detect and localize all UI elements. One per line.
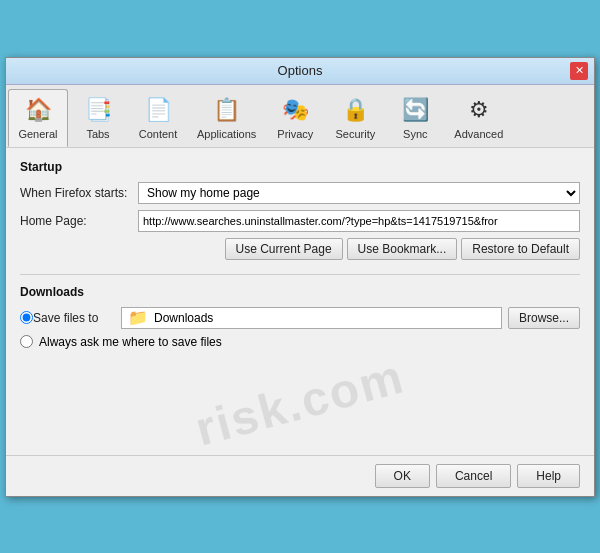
close-button[interactable]: ✕ xyxy=(570,62,588,80)
ask-save-radio[interactable] xyxy=(20,335,33,348)
security-icon: 🔒 xyxy=(339,94,371,126)
watermark-text: risk.com xyxy=(190,348,410,456)
download-path-text: Downloads xyxy=(154,311,213,325)
tab-privacy-label: Privacy xyxy=(277,128,313,140)
options-window: Options ✕ 🏠 General 📑 Tabs 📄 Content 📋 A… xyxy=(5,57,595,497)
tab-general-label: General xyxy=(18,128,57,140)
tab-security-label: Security xyxy=(335,128,375,140)
advanced-icon: ⚙ xyxy=(463,94,495,126)
tab-content[interactable]: 📄 Content xyxy=(128,89,188,147)
when-starts-select[interactable]: Show my home page xyxy=(138,182,580,204)
save-files-radio[interactable] xyxy=(20,311,33,324)
main-content: Startup When Firefox starts: Show my hom… xyxy=(6,148,594,455)
browse-button[interactable]: Browse... xyxy=(508,307,580,329)
tab-security[interactable]: 🔒 Security xyxy=(325,89,385,147)
startup-title: Startup xyxy=(20,160,580,174)
tab-privacy[interactable]: 🎭 Privacy xyxy=(265,89,325,147)
tab-applications-label: Applications xyxy=(197,128,256,140)
tab-content-label: Content xyxy=(139,128,178,140)
home-page-input[interactable] xyxy=(138,210,580,232)
tab-tabs[interactable]: 📑 Tabs xyxy=(68,89,128,147)
restore-to-default-button[interactable]: Restore to Default xyxy=(461,238,580,260)
ask-save-label: Always ask me where to save files xyxy=(39,335,222,349)
when-starts-row: When Firefox starts: Show my home page xyxy=(20,182,580,204)
sync-icon: 🔄 xyxy=(399,94,431,126)
downloads-section: Downloads Save files to 📁 Downloads Brow… xyxy=(20,285,580,349)
startup-buttons: Use Current Page Use Bookmark... Restore… xyxy=(20,238,580,260)
help-button[interactable]: Help xyxy=(517,464,580,488)
tab-sync-label: Sync xyxy=(403,128,427,140)
title-bar: Options ✕ xyxy=(6,58,594,85)
tab-sync[interactable]: 🔄 Sync xyxy=(385,89,445,147)
tabs-icon: 📑 xyxy=(82,94,114,126)
tab-tabs-label: Tabs xyxy=(86,128,109,140)
toolbar: 🏠 General 📑 Tabs 📄 Content 📋 Application… xyxy=(6,85,594,148)
startup-section: Startup When Firefox starts: Show my hom… xyxy=(20,160,580,260)
save-files-row: Save files to 📁 Downloads Browse... xyxy=(20,307,580,329)
downloads-title: Downloads xyxy=(20,285,580,299)
home-page-row: Home Page: xyxy=(20,210,580,232)
cancel-button[interactable]: Cancel xyxy=(436,464,511,488)
watermark-area: risk.com xyxy=(20,363,580,443)
use-bookmark-button[interactable]: Use Bookmark... xyxy=(347,238,458,260)
save-files-label: Save files to xyxy=(33,311,113,325)
tab-advanced[interactable]: ⚙ Advanced xyxy=(445,89,512,147)
download-path-display: 📁 Downloads xyxy=(121,307,502,329)
content-icon: 📄 xyxy=(142,94,174,126)
when-starts-label: When Firefox starts: xyxy=(20,186,130,200)
privacy-icon: 🎭 xyxy=(279,94,311,126)
general-icon: 🏠 xyxy=(22,94,54,126)
applications-icon: 📋 xyxy=(211,94,243,126)
folder-icon: 📁 xyxy=(128,308,148,327)
tab-applications[interactable]: 📋 Applications xyxy=(188,89,265,147)
section-divider xyxy=(20,274,580,275)
use-current-page-button[interactable]: Use Current Page xyxy=(225,238,343,260)
window-title: Options xyxy=(30,63,570,78)
footer: OK Cancel Help xyxy=(6,455,594,496)
ok-button[interactable]: OK xyxy=(375,464,430,488)
ask-save-row: Always ask me where to save files xyxy=(20,335,580,349)
tab-advanced-label: Advanced xyxy=(454,128,503,140)
home-page-label: Home Page: xyxy=(20,214,130,228)
tab-general[interactable]: 🏠 General xyxy=(8,89,68,147)
